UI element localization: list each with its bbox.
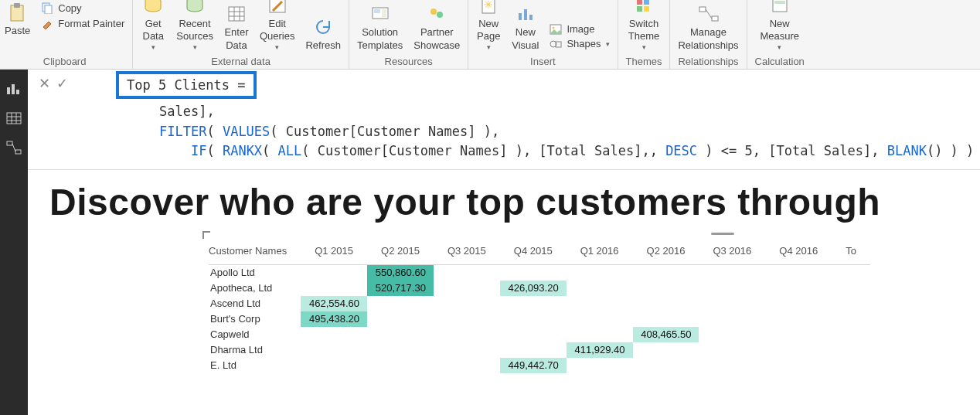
data-view-icon[interactable]: [5, 111, 22, 125]
solution-templates-icon: [368, 3, 393, 25]
image-label: Image: [567, 23, 594, 35]
visual-drag-handle[interactable]: [711, 233, 734, 235]
recent-sources-button[interactable]: Recent Sources: [176, 0, 213, 53]
row-label: Capweld: [209, 327, 301, 342]
refresh-button[interactable]: Refresh: [305, 16, 341, 53]
formula-bar: ✕ ✓ Top 5 Clients = Sales], FILTER( VALU…: [0, 70, 980, 170]
matrix-cell: [500, 265, 567, 281]
relationships-group-label: Relationships: [678, 56, 738, 67]
report-view-icon[interactable]: [5, 82, 22, 96]
switch-theme-button[interactable]: Switch Theme: [628, 0, 659, 53]
table-row: E. Ltd449,442.70: [209, 358, 870, 373]
matrix-cell: [832, 311, 870, 327]
matrix-cell: [832, 358, 870, 373]
matrix-cell: [500, 342, 567, 358]
svg-rect-26: [637, 0, 642, 5]
matrix-cell: [367, 311, 434, 327]
get-data-label: Get Data: [143, 18, 164, 44]
format-painter-button[interactable]: Format Painter: [41, 17, 124, 29]
matrix-cell: [500, 327, 567, 342]
new-page-icon: ✳: [476, 0, 501, 16]
table-row: Apotheca, Ltd520,717.30426,093.20: [209, 281, 870, 296]
matrix-cell: [567, 296, 633, 311]
measure-name-highlight: Top 5 Clients =: [116, 71, 257, 99]
partner-showcase-label: Partner Showcase: [413, 26, 460, 53]
group-themes: Switch Theme Themes: [618, 0, 671, 69]
group-resources: Solution Templates Partner Showcase Reso…: [349, 0, 468, 69]
group-clipboard: Paste Copy Format Painter Clipboard: [0, 0, 133, 69]
enter-data-label: Enter Data: [224, 26, 248, 53]
paste-button[interactable]: Paste: [5, 2, 30, 38]
svg-rect-14: [382, 9, 386, 17]
matrix-cell: [434, 281, 500, 296]
matrix-cell: [567, 358, 633, 373]
copy-button[interactable]: Copy: [41, 2, 124, 14]
svg-rect-36: [12, 84, 15, 94]
shapes-icon: [550, 39, 562, 49]
matrix-column-header: Q2 2016: [633, 242, 699, 265]
svg-rect-29: [644, 6, 649, 12]
matrix-cell: [699, 265, 765, 281]
matrix-column-header: Q1 2016: [567, 242, 633, 265]
image-button[interactable]: Image: [550, 23, 609, 35]
svg-rect-20: [524, 9, 527, 20]
group-external-data: Get Data Recent Sources Enter Data Edit …: [133, 0, 349, 69]
matrix-cell: [367, 327, 434, 342]
svg-rect-31: [712, 16, 718, 21]
matrix-visual[interactable]: Customer NamesQ1 2015Q2 2015Q3 2015Q4 20…: [209, 242, 974, 373]
report-title: Discover who are your top customers thro…: [0, 170, 980, 230]
calculations-group-label: Calculation: [755, 56, 805, 67]
matrix-cell: [500, 311, 567, 327]
external-data-group-label: External data: [211, 56, 271, 67]
insert-group-label: Insert: [530, 56, 556, 67]
matrix-column-header: Q2 2015: [367, 242, 434, 265]
partner-showcase-button[interactable]: Partner Showcase: [413, 3, 460, 53]
table-row: Ascend Ltd462,554.60: [209, 296, 870, 311]
new-measure-button[interactable]: New Measure: [760, 0, 799, 53]
new-page-button[interactable]: ✳ New Page: [476, 0, 501, 53]
matrix-column-header: Q3 2015: [434, 242, 500, 265]
matrix-cell: [367, 342, 434, 358]
svg-rect-34: [774, 1, 785, 4]
matrix-cell: 495,438.20: [301, 311, 367, 327]
recent-sources-label: Recent Sources: [176, 18, 213, 44]
enter-data-button[interactable]: Enter Data: [224, 3, 249, 53]
commit-formula-button[interactable]: ✓: [56, 74, 68, 93]
solution-templates-button[interactable]: Solution Templates: [357, 3, 403, 53]
matrix-row-header: Customer Names: [209, 242, 301, 265]
svg-rect-37: [16, 90, 19, 94]
manage-relationships-button[interactable]: Manage Relationships: [678, 3, 738, 53]
shapes-button[interactable]: Shapes: [550, 38, 609, 49]
matrix-cell: [301, 342, 367, 358]
matrix-cell: [633, 342, 699, 358]
clipboard-group-label: Clipboard: [43, 56, 87, 67]
svg-rect-28: [637, 6, 642, 12]
matrix-cell: [699, 358, 765, 373]
new-measure-icon: [767, 0, 792, 16]
svg-point-16: [437, 12, 443, 18]
matrix-cell: [633, 358, 699, 373]
copy-label: Copy: [58, 2, 81, 14]
svg-rect-19: [519, 13, 522, 20]
matrix-cell: [699, 327, 765, 342]
matrix-cell: [699, 342, 765, 358]
cancel-formula-button[interactable]: ✕: [39, 74, 50, 93]
resources-group-label: Resources: [385, 56, 433, 67]
get-data-button[interactable]: Get Data: [141, 0, 165, 53]
switch-theme-icon: [631, 0, 656, 16]
new-visual-label: New Visual: [512, 26, 539, 53]
matrix-cell: [832, 281, 870, 296]
matrix-cell: [633, 296, 699, 311]
group-relationships: Manage Relationships Relationships: [670, 0, 747, 69]
svg-line-45: [12, 144, 15, 151]
model-view-icon[interactable]: [5, 141, 22, 155]
matrix-cell: [832, 296, 870, 311]
matrix-cell: [832, 265, 870, 281]
matrix-column-header: To: [832, 242, 870, 265]
switch-theme-label: Switch Theme: [628, 18, 659, 44]
edit-queries-button[interactable]: Edit Queries: [260, 0, 295, 53]
matrix-cell: 426,093.20: [500, 281, 567, 296]
table-row: Dharma Ltd411,929.40: [209, 342, 870, 358]
matrix-cell: [434, 311, 500, 327]
new-visual-button[interactable]: New Visual: [512, 3, 539, 53]
